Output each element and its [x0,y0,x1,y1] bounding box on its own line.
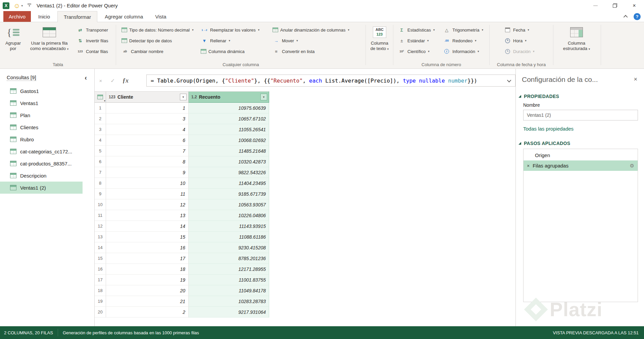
chevron-down-icon[interactable]: ▾ [21,4,23,7]
tab-agregar-columna[interactable]: Agregar columna [100,11,148,22]
query-item-plan[interactable]: Plan [0,109,83,121]
row-number[interactable]: 9 [95,189,106,199]
cell-recuento[interactable]: 10068.02692 [189,135,269,146]
collapse-ribbon-icon[interactable] [624,15,628,19]
tab-transformar[interactable]: Transformar [57,11,97,22]
todas-propiedades-link[interactable]: Todas las propiedades [523,126,638,132]
duracion-button[interactable]: Duración ▾ [502,46,537,56]
restore-button[interactable] [605,0,625,11]
contar-filas-button[interactable]: Contar filas [75,46,110,56]
detectar-tipo-button[interactable]: Detectar tipo de datos [119,36,196,46]
query-name-input[interactable]: Ventas1 (2) [523,110,638,120]
formula-input[interactable]: = Table.Group(Origen, {"Cliente"}, {{"Re… [146,75,515,87]
cambiar-nombre-button[interactable]: Cambiar nombre [119,46,196,56]
row-number[interactable]: 7 [95,167,106,178]
cell-recuento[interactable]: 10226.04806 [189,210,269,221]
column-header-cliente[interactable]: 123 Cliente ▼ [106,91,189,103]
cell-recuento[interactable]: 10657.67102 [189,113,269,124]
cell-cliente[interactable]: 10 [106,178,189,189]
cell-recuento[interactable]: 8785.201236 [189,253,269,264]
row-number[interactable]: 17 [95,275,106,285]
query-item-cat-productos[interactable]: cat-productos_88357... [0,157,83,170]
help-icon[interactable] [634,13,641,20]
section-pasos-aplicados[interactable]: PASOS APLICADOS [516,141,644,146]
row-number[interactable]: 3 [95,124,106,135]
estadisticas-button[interactable]: Σ Estadísticas ▾ [396,25,437,35]
filter-button[interactable]: ▼ [260,94,267,100]
reemplazar-valores-button[interactable]: Reemplazar los valores ▾ [199,25,261,35]
close-panel-icon[interactable]: × [632,76,639,83]
columna-dinamica-button[interactable]: Columna dinámica [199,46,261,56]
cell-cliente[interactable]: 8 [106,156,189,167]
cell-recuento[interactable]: 10320.42873 [189,156,269,167]
query-item-ventas1-2-selected[interactable]: Ventas1 (2) [0,182,83,194]
query-item-descripcion[interactable]: Descripcion [0,170,83,182]
anular-dinamizacion-button[interactable]: Anular dinamización de columnas ▾ [270,25,351,35]
cell-cliente[interactable]: 3 [106,113,189,124]
tipo-de-datos-button[interactable]: Tipo de datos: Número decimal ▾ [119,25,196,35]
queries-header-label[interactable]: Consultas [9] [7,75,36,81]
cell-recuento[interactable]: 9185.671739 [189,189,269,199]
cell-cliente[interactable]: 1 [106,103,189,113]
cell-cliente[interactable]: 16 [106,242,189,253]
row-number[interactable]: 16 [95,264,106,275]
informacion-button[interactable]: Información ▾ [441,46,485,56]
cell-cliente[interactable]: 18 [106,264,189,275]
section-propiedades[interactable]: PROPIEDADES [516,94,644,99]
cell-recuento[interactable]: 11485.21648 [189,146,269,156]
cell-recuento[interactable]: 11143.93915 [189,221,269,232]
row-number[interactable]: 13 [95,232,106,242]
trigonometria-button[interactable]: △ Trigonometría ▾ [441,25,485,35]
cell-cliente[interactable]: 19 [106,275,189,285]
cell-cliente[interactable]: 12 [106,199,189,210]
rellenar-button[interactable]: ▼ Rellenar ▾ [199,36,261,46]
cell-cliente[interactable]: 6 [106,135,189,146]
cell-recuento[interactable]: 12171.28955 [189,264,269,275]
cell-cliente[interactable]: 13 [106,210,189,221]
cell-cliente[interactable]: 15 [106,232,189,242]
cell-recuento[interactable]: 10563.93057 [189,199,269,210]
convertir-en-lista-button[interactable]: ≡ Convertir en lista [270,46,351,56]
cell-recuento[interactable]: 9217.931064 [189,307,269,318]
row-number[interactable]: 8 [95,178,106,189]
estandar-button[interactable]: ± Estándar ▾ [396,36,437,46]
row-number[interactable]: 19 [95,296,106,307]
query-item-cat-categorias[interactable]: cat-categorias_cc172... [0,145,83,157]
invertir-filas-button[interactable]: ⇅ Invertir filas [75,36,110,46]
fecha-button[interactable]: Fecha ▾ [502,25,537,35]
row-number[interactable]: 20 [95,307,106,318]
cell-cliente[interactable]: 7 [106,146,189,156]
confirm-formula-icon[interactable]: ✓ [107,78,119,84]
cell-cliente[interactable]: 11 [106,189,189,199]
filter-button[interactable]: ▼ [180,94,187,100]
cell-recuento[interactable]: 9230.415208 [189,242,269,253]
row-number[interactable]: 1 [95,103,106,113]
columna-estructurada-button[interactable]: Columna estructurada ▾ [558,23,595,52]
step-settings-gear-icon[interactable]: ⚙ [630,163,634,169]
row-number[interactable]: 12 [95,221,106,232]
cell-cliente[interactable]: 14 [106,221,189,232]
cell-cliente[interactable]: 4 [106,124,189,135]
row-number[interactable]: 15 [95,253,106,264]
cell-cliente[interactable]: 17 [106,253,189,264]
cell-recuento[interactable]: 11055.26541 [189,124,269,135]
row-number[interactable]: 6 [95,156,106,167]
cientifico-button[interactable]: Científico ▾ [396,46,437,56]
table-menu-button[interactable]: ▾ [95,91,106,103]
query-item-clientes[interactable]: Clientes [0,121,83,133]
query-item-rubro[interactable]: Rubro [0,133,83,145]
redondeo-button[interactable]: Redondeo ▾ [441,36,485,46]
tab-inicio[interactable]: Inicio [34,11,55,22]
cell-cliente[interactable]: 2 [106,307,189,318]
row-number[interactable]: 14 [95,242,106,253]
row-number[interactable]: 5 [95,146,106,156]
delete-step-icon[interactable]: × [527,163,530,168]
cell-cliente[interactable]: 21 [106,296,189,307]
tab-vista[interactable]: Vista [150,11,171,22]
step-filas-agrupadas-selected[interactable]: × Filas agrupadas ⚙ [524,160,638,171]
mover-button[interactable]: → Mover ▾ [270,36,351,46]
step-origen[interactable]: Origen [524,150,638,160]
collapse-sidebar-icon[interactable]: ‹ [85,74,87,81]
row-number[interactable]: 10 [95,199,106,210]
cell-cliente[interactable]: 9 [106,167,189,178]
